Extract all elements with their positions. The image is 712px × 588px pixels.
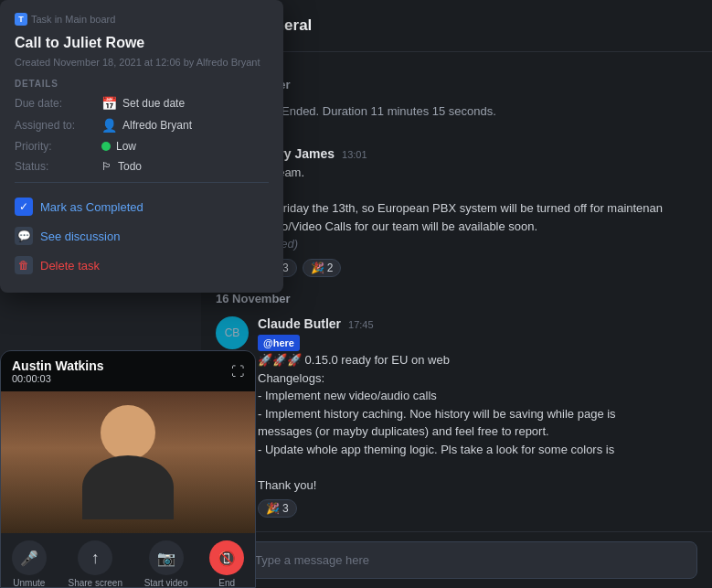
- complete-label: Mark as Completed: [40, 200, 143, 214]
- due-date-label: Due date:: [15, 97, 92, 110]
- message-harry: HJ Harry James 13:01 Hi Team. It's Frida…: [216, 146, 697, 277]
- delete-task-action[interactable]: 🗑 Delete task: [15, 251, 269, 280]
- reaction-party[interactable]: 🎉 2: [303, 259, 342, 277]
- message-call-ended: 📞 Call Ended. Duration 11 minutes 15 sec…: [216, 102, 697, 135]
- video-expand-button[interactable]: ⛶: [231, 364, 244, 379]
- message-input[interactable]: 📎 Type a message here: [216, 541, 697, 579]
- task-assigned-row: Assigned to: 👤 Alfredo Bryant: [15, 118, 269, 133]
- person-body: [82, 455, 174, 519]
- calendar-icon: 📅: [101, 96, 117, 111]
- discuss-icon: 💬: [15, 227, 33, 245]
- video-feed: [1, 391, 255, 533]
- flag-icon: 🏳: [101, 160, 112, 173]
- task-created: Created November 18, 2021 at 12:06 by Al…: [15, 57, 269, 68]
- video-controls: 🎤 Unmute ↑ Share screen 📷 Start video 📵 …: [1, 533, 255, 588]
- message-header-harry: Harry James 13:01: [258, 146, 697, 161]
- avatar-claude: CB: [216, 316, 249, 349]
- task-divider: [15, 182, 269, 183]
- user-icon: 👤: [101, 118, 117, 133]
- claude-text: @here 🚀🚀🚀 0.15.0 ready for EU on web Cha…: [258, 334, 697, 495]
- harry-reactions: 👍 3 🎉 2: [258, 259, 697, 277]
- time-claude: 17:45: [348, 319, 374, 330]
- end-call-button[interactable]: 📵 End: [209, 540, 244, 588]
- priority-label: Priority:: [15, 140, 92, 153]
- delete-icon: 🗑: [15, 256, 33, 274]
- task-priority-row: Priority: Low: [15, 140, 269, 153]
- assigned-label: Assigned to:: [15, 119, 92, 132]
- harry-text: Hi Team. It's Friday the 13th, so Europe…: [258, 164, 697, 253]
- date-separator-13nov: 13 November: [216, 78, 697, 91]
- message-claude: CB Claude Butler 17:45 @here 🚀🚀🚀 0.15.0 …: [216, 316, 697, 519]
- video-call-panel: Austin Watkins 00:00:03 ⛶ 🎤 Unmute ↑ Sha…: [0, 350, 256, 588]
- status-value: Todo: [118, 160, 142, 173]
- message-input-area: 📎 Type a message here: [201, 531, 712, 588]
- message-header-claude: Claude Butler 17:45: [258, 316, 697, 331]
- priority-dot: [101, 142, 111, 151]
- mention-here: @here: [258, 335, 300, 352]
- breadcrumb-text: Task in Main board: [31, 14, 115, 25]
- video-timer: 00:00:03: [12, 373, 104, 384]
- share-screen-button[interactable]: ↑ Share screen: [69, 540, 122, 588]
- person-head: [101, 405, 155, 460]
- video-person: [1, 391, 255, 533]
- claude-reactions: 🎉 3: [258, 499, 697, 518]
- call-ended-text: Call Ended. Duration 11 minutes 15 secon…: [258, 102, 697, 121]
- video-label: Start video: [144, 578, 188, 588]
- end-label: End: [218, 578, 235, 588]
- task-breadcrumb: T Task in Main board: [15, 13, 269, 26]
- video-user-name: Austin Watkins: [12, 358, 104, 373]
- video-header: Austin Watkins 00:00:03 ⛶: [1, 351, 255, 391]
- input-placeholder: Type a message here: [255, 553, 369, 567]
- share-label: Share screen: [69, 578, 122, 588]
- delete-label: Delete task: [40, 259, 100, 273]
- see-discussion-action[interactable]: 💬 See discussion: [15, 221, 269, 251]
- due-date-value[interactable]: Set due date: [122, 97, 185, 110]
- unmute-icon: 🎤: [12, 540, 47, 575]
- unmute-label: Unmute: [13, 578, 45, 588]
- discuss-label: See discussion: [40, 230, 120, 243]
- start-video-button[interactable]: 📷 Start video: [144, 540, 188, 588]
- reaction-claude-party[interactable]: 🎉 3: [258, 499, 297, 518]
- date-separator-16nov: 16 November: [216, 292, 697, 305]
- status-label: Status:: [15, 160, 92, 173]
- assigned-value: Alfredo Bryant: [122, 119, 192, 132]
- sender-claude: Claude Butler: [258, 316, 341, 331]
- task-status-row: Status: 🏳 Todo: [15, 160, 269, 173]
- task-icon: T: [15, 13, 27, 26]
- task-due-date-row: Due date: 📅 Set due date: [15, 96, 269, 111]
- share-icon: ↑: [78, 540, 112, 575]
- priority-value: Low: [116, 140, 136, 153]
- complete-icon: ✓: [15, 198, 33, 216]
- time-harry: 13:01: [342, 149, 367, 160]
- end-icon: 📵: [209, 540, 244, 575]
- video-icon: 📷: [149, 540, 184, 575]
- mark-complete-action[interactable]: ✓ Mark as Completed: [15, 192, 269, 221]
- unmute-button[interactable]: 🎤 Unmute: [12, 540, 47, 588]
- task-popup: T Task in Main board Call to Juliet Rowe…: [0, 0, 283, 293]
- task-section-label: DETAILS: [15, 79, 269, 89]
- task-title: Call to Juliet Rowe: [15, 35, 269, 51]
